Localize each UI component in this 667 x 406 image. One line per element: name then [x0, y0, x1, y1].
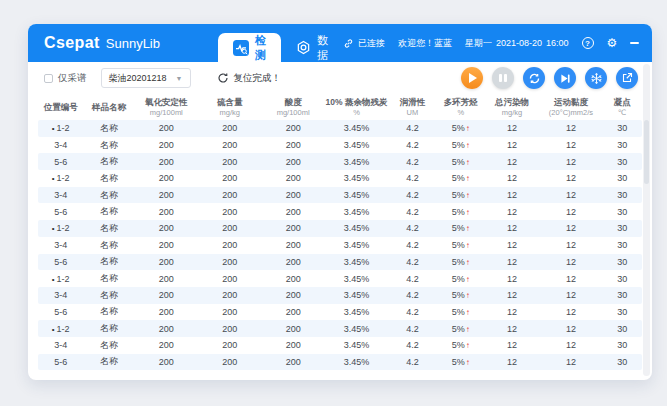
- scrollbar-thumb[interactable]: [644, 120, 649, 184]
- app-logo: Csepat SunnyLib: [44, 34, 160, 52]
- table-cell: 3.45%: [325, 257, 388, 267]
- table-row[interactable]: 3-4名称2002002003.45%4.25%↑121230: [38, 187, 642, 204]
- connection-status: 已连接: [343, 37, 385, 50]
- table-cell: 3.45%: [325, 307, 388, 317]
- main-tabs: 检测 数据: [218, 24, 343, 62]
- header-status-area: 已连接 欢迎您！蓝蓝 星期一 2021-08-20 16:00 ? ⚙: [343, 37, 652, 50]
- table-cell: 4.2: [388, 123, 436, 133]
- minimize-button[interactable]: [630, 42, 639, 44]
- table-cell: 200: [135, 157, 198, 167]
- table-cell: 12: [539, 123, 602, 133]
- table-cell: 12: [539, 173, 602, 183]
- settings-button[interactable]: ⚙: [607, 37, 618, 49]
- table-row[interactable]: 3-4名称2002002003.45%4.25%↑121230: [38, 287, 642, 304]
- table-cell: 12: [539, 257, 602, 267]
- table-cell: 12: [539, 190, 602, 200]
- table-row[interactable]: 3-4名称2002002003.45%4.25%↑121230: [38, 337, 642, 354]
- table-cell: 200: [261, 207, 324, 217]
- table-cell: 200: [261, 307, 324, 317]
- table-cell: 12: [485, 190, 539, 200]
- table-row[interactable]: •1-2名称2002002003.45%4.25%↑121230: [38, 120, 642, 137]
- skip-button[interactable]: [554, 67, 576, 89]
- table-cell: 200: [198, 240, 261, 250]
- column-header: 凝点℃: [603, 97, 642, 117]
- table-cell: 3.45%: [325, 157, 388, 167]
- table-cell: •1-2: [38, 324, 83, 334]
- table-cell: 5%↑: [437, 290, 485, 300]
- active-row-bullet: •: [52, 275, 55, 284]
- logo-product: SunnyLib: [106, 36, 160, 51]
- table-row[interactable]: •1-2名称2002002003.45%4.25%↑121230: [38, 270, 642, 287]
- time-label: 16:00: [546, 38, 569, 48]
- table-cell: 5%↑: [437, 257, 485, 267]
- pause-button[interactable]: [492, 67, 514, 89]
- table-cell: 12: [539, 307, 602, 317]
- tab-detection-label: 检测: [255, 33, 266, 63]
- table-cell: 名称: [83, 172, 134, 185]
- table-cell: 4.2: [388, 190, 436, 200]
- table-row[interactable]: 5-6名称2002002003.45%4.25%↑121230: [38, 304, 642, 321]
- table-cell: 12: [485, 157, 539, 167]
- scrollbar-track[interactable]: [643, 64, 650, 376]
- table-cell: 200: [198, 274, 261, 284]
- table-cell: 4.2: [388, 324, 436, 334]
- over-limit-arrow: ↑: [466, 224, 470, 233]
- column-header: 10% 蒸余物残炭%: [325, 97, 388, 117]
- table-cell: 名称: [83, 305, 134, 318]
- table-cell: 5-6: [38, 257, 83, 267]
- table-cell: 200: [135, 223, 198, 233]
- table-cell: 200: [261, 157, 324, 167]
- table-row[interactable]: •1-2名称2002002003.45%4.25%↑121230: [38, 220, 642, 237]
- gear-icon: ⚙: [607, 37, 618, 49]
- table-cell: •1-2: [38, 274, 83, 284]
- table-cell: 3.45%: [325, 357, 388, 367]
- freeze-button[interactable]: [585, 67, 607, 89]
- tab-detection[interactable]: 检测: [218, 33, 281, 62]
- toolbar: 仅采谱 柴油20201218 ▼ 复位完成！: [28, 62, 652, 94]
- table-body: •1-2名称2002002003.45%4.25%↑1212303-4名称200…: [38, 120, 642, 370]
- reset-status[interactable]: 复位完成！: [217, 72, 282, 85]
- tab-data-label: 数据: [317, 33, 328, 63]
- sample-select[interactable]: 柴油20201218 ▼: [101, 68, 191, 88]
- over-limit-arrow: ↑: [466, 341, 470, 350]
- table-cell: 200: [261, 190, 324, 200]
- table-cell: 200: [261, 324, 324, 334]
- table-row[interactable]: 3-4名称2002002003.45%4.25%↑121230: [38, 137, 642, 154]
- help-button[interactable]: ?: [582, 37, 594, 49]
- table-row[interactable]: 5-6名称2002002003.45%4.25%↑121230: [38, 254, 642, 271]
- table-cell: 12: [539, 207, 602, 217]
- table-cell: 200: [135, 357, 198, 367]
- table-cell: 4.2: [388, 173, 436, 183]
- table-cell: 3.45%: [325, 240, 388, 250]
- table-cell: 200: [261, 257, 324, 267]
- table-row[interactable]: 5-6名称2002002003.45%4.25%↑121230: [38, 203, 642, 220]
- table-cell: 3.45%: [325, 140, 388, 150]
- table-cell: 200: [135, 140, 198, 150]
- over-limit-arrow: ↑: [466, 275, 470, 284]
- table-cell: 30: [603, 173, 642, 183]
- table-cell: 4.2: [388, 357, 436, 367]
- table-header: 位置编号样品名称氧化安定性mg/100ml硫含量mg/kg酸度mg/100ml1…: [38, 94, 642, 120]
- tab-data[interactable]: 数据: [281, 33, 343, 62]
- table-cell: 200: [198, 157, 261, 167]
- start-button[interactable]: [461, 67, 483, 89]
- table-row[interactable]: •1-2名称2002002003.45%4.25%↑121230: [38, 170, 642, 187]
- table-cell: 3-4: [38, 290, 83, 300]
- skip-forward-icon: [560, 73, 571, 84]
- data-hexagon-icon: [296, 40, 311, 55]
- table-row[interactable]: 3-4名称2002002003.45%4.25%↑121230: [38, 237, 642, 254]
- export-button[interactable]: [616, 67, 638, 89]
- chevron-down-icon: ▼: [176, 75, 183, 82]
- active-row-bullet: •: [52, 174, 55, 183]
- table-cell: 200: [261, 240, 324, 250]
- refresh-icon: [217, 72, 229, 84]
- over-limit-arrow: ↑: [466, 241, 470, 250]
- over-limit-arrow: ↑: [466, 308, 470, 317]
- spectrum-only-checkbox[interactable]: [44, 74, 53, 83]
- table-cell: 200: [261, 123, 324, 133]
- table-cell: 5%↑: [437, 173, 485, 183]
- sync-button[interactable]: [523, 67, 545, 89]
- table-row[interactable]: •1-2名称2002002003.45%4.25%↑121230: [38, 320, 642, 337]
- table-row[interactable]: 5-6名称2002002003.45%4.25%↑121230: [38, 354, 642, 371]
- table-row[interactable]: 5-6名称2002002003.45%4.25%↑121230: [38, 153, 642, 170]
